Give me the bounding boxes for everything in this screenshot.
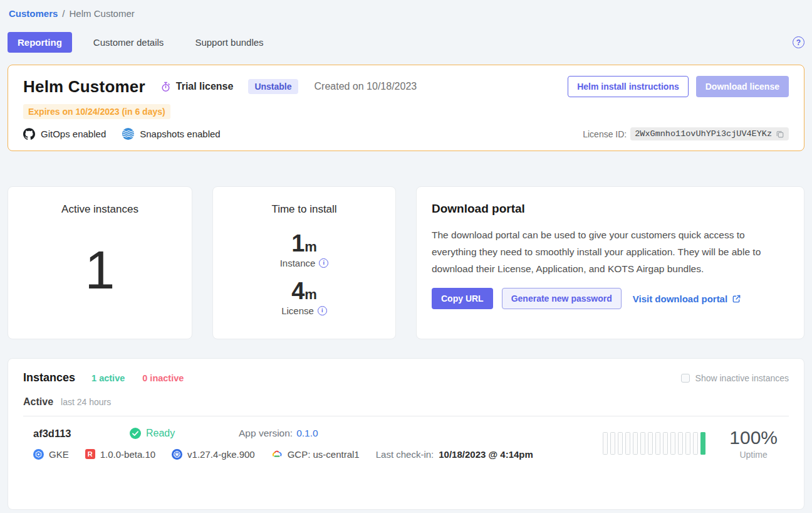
gke-icon	[33, 449, 44, 460]
uptime-bar	[610, 432, 615, 455]
snapshots-label: Snapshots enabled	[140, 129, 220, 139]
distribution-item: GKE	[33, 449, 69, 460]
download-license-button[interactable]: Download license	[696, 76, 789, 97]
license-id-chip: 2WxGmnho11ovUhYPi3cjUV4EYKz	[630, 127, 789, 140]
license-time-unit: m	[304, 287, 317, 302]
github-icon	[23, 128, 35, 140]
license-type-label: Trial license	[176, 81, 234, 92]
active-instances-card: Active instances 1	[8, 186, 192, 339]
instances-panel: Instances 1 active 0 inactive Show inact…	[8, 358, 804, 510]
download-portal-title: Download portal	[432, 202, 789, 216]
uptime-bar	[618, 432, 623, 455]
license-type: Trial license	[160, 81, 234, 92]
show-inactive-toggle[interactable]: Show inactive instances	[681, 373, 789, 383]
gitops-feature: GitOps enabled	[23, 128, 106, 140]
replicated-icon	[85, 449, 95, 459]
uptime-bar	[633, 432, 638, 455]
k8s-version-label: v1.27.4-gke.900	[187, 449, 255, 460]
info-icon[interactable]	[319, 258, 328, 268]
tab-reporting[interactable]: Reporting	[8, 32, 72, 53]
kubernetes-icon	[172, 449, 182, 460]
cloud-label: GCP: us-central1	[288, 449, 360, 460]
breadcrumb: Customers / Helm Customer	[9, 0, 804, 19]
uptime-bar	[640, 432, 645, 455]
last-checkin-value: 10/18/2023 @ 4:14pm	[439, 449, 533, 460]
app-version-link[interactable]: 0.1.0	[296, 428, 318, 439]
customer-title: Helm Customer	[23, 77, 145, 97]
visit-download-portal-link[interactable]: Visit download portal	[633, 294, 741, 304]
helm-install-instructions-button[interactable]: Helm install instructions	[568, 76, 689, 97]
breadcrumb-separator: /	[62, 8, 65, 19]
app-version-group: App version: 0.1.0	[239, 428, 318, 439]
snapshots-icon	[122, 128, 134, 140]
gitops-label: GitOps enabled	[41, 129, 106, 139]
customer-reporting-page: Customers / Helm Customer Reporting Cust…	[0, 0, 812, 513]
download-portal-description: The download portal can be used to give …	[432, 226, 786, 277]
show-inactive-label: Show inactive instances	[695, 373, 789, 383]
uptime-bar	[655, 432, 660, 455]
channel-badge: Unstable	[248, 79, 298, 94]
uptime-bar	[685, 432, 690, 455]
instance-status: Ready	[130, 428, 209, 439]
breadcrumb-customers-link[interactable]: Customers	[9, 8, 58, 19]
show-inactive-checkbox[interactable]	[681, 374, 690, 383]
trial-timer-icon	[160, 82, 171, 92]
license-id-value: 2WxGmnho11ovUhYPi3cjUV4EYKz	[635, 129, 772, 139]
uptime-bar	[663, 432, 668, 455]
tab-bar: Reporting Customer details Support bundl…	[8, 32, 804, 53]
check-circle-icon	[130, 428, 141, 439]
app-release-label: 1.0.0-beta.10	[100, 449, 155, 460]
app-version-label: App version:	[239, 428, 293, 439]
license-time-value: 4	[291, 278, 304, 304]
instance-status-label: Ready	[146, 428, 175, 439]
license-time-label: License	[281, 305, 314, 316]
time-to-install-title: Time to install	[271, 203, 336, 216]
license-install-time: 4m License	[281, 278, 327, 316]
app-release-item: 1.0.0-beta.10	[85, 449, 155, 460]
help-icon[interactable]	[793, 36, 804, 48]
uptime-bar	[670, 432, 675, 455]
gcp-icon	[271, 450, 283, 458]
copy-url-button[interactable]: Copy URL	[432, 288, 493, 309]
instance-id: af3d113	[33, 428, 130, 440]
time-to-install-card: Time to install 1m Instance 4m License	[212, 186, 396, 339]
instance-time-unit: m	[304, 239, 317, 255]
license-id-group: License ID: 2WxGmnho11ovUhYPi3cjUV4EYKz	[583, 127, 789, 140]
instance-time-label: Instance	[280, 258, 316, 268]
snapshots-feature: Snapshots enabled	[122, 128, 220, 140]
instances-title: Instances	[23, 371, 75, 384]
download-portal-card: Download portal The download portal can …	[416, 186, 804, 339]
cloud-item: GCP: us-central1	[271, 449, 360, 460]
distribution-label: GKE	[49, 449, 69, 460]
breadcrumb-current: Helm Customer	[70, 8, 135, 19]
uptime-bar	[700, 432, 705, 455]
active-count: 1 active	[91, 373, 125, 383]
k8s-version-item: v1.27.4-gke.900	[172, 449, 255, 460]
inactive-count: 0 inactive	[142, 373, 184, 383]
instance-install-time: 1m Instance	[280, 231, 329, 268]
instance-row[interactable]: af3d113 Ready App version: 0.1.0	[23, 416, 789, 460]
uptime-bars	[603, 432, 705, 455]
tab-support-bundles[interactable]: Support bundles	[185, 32, 273, 53]
generate-new-password-button[interactable]: Generate new password	[502, 288, 622, 309]
uptime-bar	[678, 432, 683, 455]
uptime-label: Uptime	[729, 450, 778, 460]
created-date: Created on 10/18/2023	[315, 81, 417, 92]
uptime-bar	[625, 432, 630, 455]
expires-badge: Expires on 10/24/2023 (in 6 days)	[23, 104, 170, 119]
active-group-range: last 24 hours	[61, 397, 111, 407]
uptime-bar	[648, 432, 653, 455]
uptime-bar	[603, 432, 608, 455]
tab-customer-details[interactable]: Customer details	[83, 32, 174, 53]
copy-icon[interactable]	[776, 130, 784, 139]
metric-cards-row: Active instances 1 Time to install 1m In…	[8, 186, 804, 339]
uptime-bar	[693, 432, 698, 455]
info-icon[interactable]	[318, 306, 327, 315]
visit-download-portal-label: Visit download portal	[633, 294, 727, 304]
active-instances-count: 1	[85, 216, 115, 339]
customer-summary-card: Helm Customer Trial license Unstable Cre…	[8, 65, 804, 151]
last-checkin-label: Last check-in:	[376, 449, 434, 460]
external-link-icon	[732, 294, 741, 304]
uptime-stat: 100% Uptime	[729, 427, 778, 460]
active-group-label: Active	[23, 396, 53, 408]
